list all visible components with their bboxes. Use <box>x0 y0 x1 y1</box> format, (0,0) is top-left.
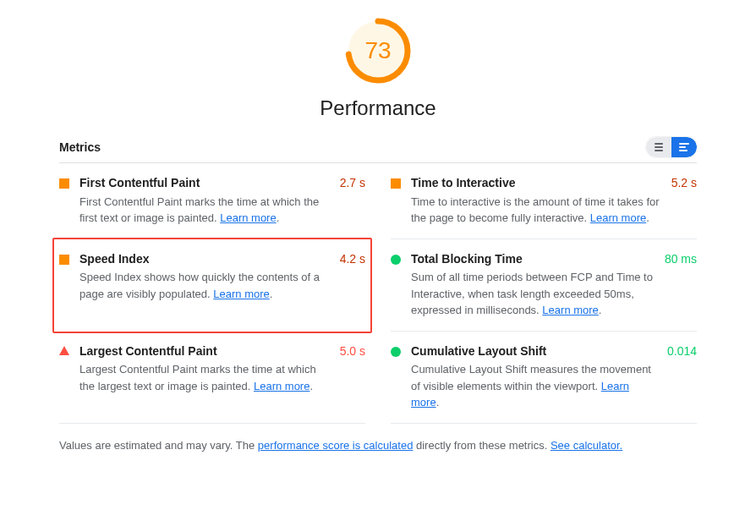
metric-title: First Contentful Paint <box>79 175 331 192</box>
metric-cumulative-layout-shift: Cumulative Layout ShiftCumulative Layout… <box>391 332 697 424</box>
metric-total-blocking-time: Total Blocking TimeSum of all time perio… <box>391 239 697 332</box>
metric-largest-contentful-paint: Largest Contentful PaintLargest Contentf… <box>59 332 365 424</box>
metric-speed-index: Speed IndexSpeed Index shows how quickly… <box>52 238 372 333</box>
metric-title: Cumulative Layout Shift <box>411 343 659 360</box>
learn-more-link[interactable]: Learn more <box>542 304 598 316</box>
metric-first-contentful-paint: First Contentful PaintFirst Contentful P… <box>59 163 365 239</box>
metric-value: 2.7 s <box>340 176 365 189</box>
metric-title: Largest Contentful Paint <box>79 343 331 360</box>
square-orange-icon <box>59 178 69 189</box>
circle-green-icon <box>391 255 401 265</box>
learn-more-link[interactable]: Learn more <box>213 288 269 300</box>
toggle-collapsed-icon[interactable] <box>646 137 671 157</box>
metric-title: Speed Index <box>79 251 331 268</box>
metric-title: Total Blocking Time <box>411 251 656 268</box>
performance-title: Performance <box>59 96 697 120</box>
metric-description: Largest Contentful Paint marks the time … <box>79 361 331 394</box>
square-orange-icon <box>59 255 69 265</box>
performance-score-calc-link[interactable]: performance score is calculated <box>258 439 414 452</box>
performance-score-block: 73 Performance <box>59 17 697 120</box>
learn-more-link[interactable]: Learn more <box>590 211 646 224</box>
metric-description: Speed Index shows how quickly the conten… <box>79 269 331 302</box>
metric-time-to-interactive: Time to InteractiveTime to interactive i… <box>391 163 697 239</box>
metric-value: 0.014 <box>667 344 697 358</box>
metrics-view-toggle[interactable] <box>646 137 697 157</box>
see-calculator-link[interactable]: See calculator. <box>551 439 622 452</box>
metric-description: Sum of all time periods between FCP and … <box>411 269 656 319</box>
metric-description: Cumulative Layout Shift measures the mov… <box>411 361 659 411</box>
metric-value: 5.2 s <box>671 176 697 189</box>
metrics-heading: Metrics <box>59 140 101 154</box>
metrics-footnote: Values are estimated and may vary. The p… <box>59 439 697 452</box>
metric-value: 5.0 s <box>340 344 365 358</box>
metric-value: 4.2 s <box>340 252 365 266</box>
score-gauge: 73 <box>344 17 412 85</box>
triangle-red-icon <box>59 346 69 355</box>
metric-title: Time to Interactive <box>411 175 663 192</box>
learn-more-link[interactable]: Learn more <box>220 211 276 224</box>
score-value: 73 <box>344 17 412 85</box>
circle-green-icon <box>391 347 401 357</box>
metric-description: First Contentful Paint marks the time at… <box>79 194 331 227</box>
square-orange-icon <box>391 178 401 189</box>
toggle-expanded-icon[interactable] <box>671 137 697 157</box>
metric-description: Time to interactive is the amount of tim… <box>411 194 663 227</box>
learn-more-link[interactable]: Learn more <box>254 380 310 392</box>
metric-value: 80 ms <box>665 252 697 266</box>
